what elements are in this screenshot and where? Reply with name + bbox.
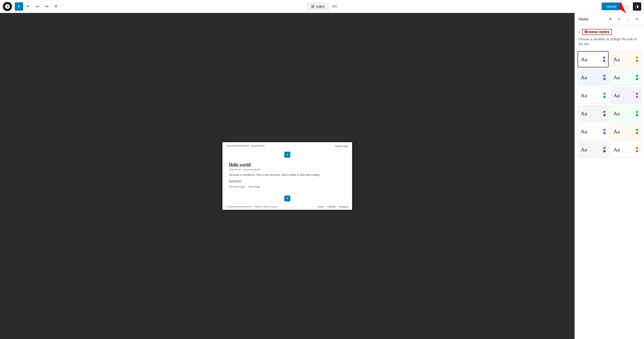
style-card-1[interactable]: Aa [578, 51, 608, 68]
style-card-8[interactable]: Aa [610, 105, 642, 122]
style-card-dots-9 [603, 129, 606, 134]
wp-logo[interactable] [3, 2, 12, 11]
dot-top-9 [603, 129, 606, 131]
theme-toggle-button[interactable]: ◑ [633, 2, 641, 11]
style-card-12[interactable]: Aa [610, 142, 642, 158]
index-label: Index [316, 4, 324, 8]
browse-styles-description: Choose a variation to change the look of… [575, 37, 644, 49]
preview-footer: © 2024 · Theme by Brian Gardner Twitter … [222, 203, 352, 210]
style-card-text-2: Aa [614, 56, 620, 62]
preview-frame: Sample Page + Hello world! 2024-02-16 · … [222, 142, 352, 210]
redo-button[interactable]: ↪ [42, 2, 51, 11]
dot-top-10 [636, 129, 638, 131]
style-card-text-6: Aa [614, 92, 620, 99]
style-card-9[interactable]: Aa [578, 124, 608, 140]
dot-top-3 [603, 74, 606, 77]
style-card-5[interactable]: Aa [578, 87, 608, 104]
prev-page-link[interactable]: Previous Page [229, 185, 245, 188]
dot-top-12 [636, 147, 638, 149]
read-more-link[interactable]: Read More [229, 179, 346, 183]
style-card-text-8: Aa [614, 110, 620, 117]
undo-button[interactable]: ↩ [33, 2, 42, 11]
style-card-text-11: Aa [580, 146, 587, 153]
style-card-4[interactable]: Aa [610, 69, 642, 86]
add-block-top: + [222, 150, 352, 160]
style-card-3[interactable]: Aa [578, 69, 608, 86]
instagram-link[interactable]: Instagram [339, 206, 348, 208]
toolbar-left: + ✏ ↩ ↪ ≡ [3, 2, 60, 11]
dot-bottom-12 [636, 150, 638, 152]
style-card-10[interactable]: Aa [610, 124, 642, 140]
back-button[interactable]: ‹ [578, 30, 580, 34]
style-card-dots-10 [636, 129, 638, 134]
styles-grid: AaAaAaAaAaAaAaAaAaAaAaAa [575, 49, 644, 160]
add-button[interactable]: + [15, 2, 23, 11]
browse-styles-title: Browse styles [582, 29, 612, 35]
linkedin-link[interactable]: LinkedIn [327, 206, 336, 208]
dot-bottom-6 [636, 96, 638, 98]
dot-top-11 [603, 147, 606, 149]
style-card-dots-4 [636, 74, 638, 80]
style-card-dots-5 [603, 92, 606, 98]
dot-top-1 [603, 56, 605, 59]
dot-bottom-10 [636, 132, 638, 134]
dot-bottom-4 [636, 78, 638, 80]
style-card-text-3: Aa [580, 74, 587, 80]
styles-panel: Styles 👁 ⟳ ⋮ ✕ ‹ Browse styles Choose a … [574, 13, 644, 339]
twitter-link[interactable]: Twitter [317, 206, 324, 208]
dot-top-6 [636, 92, 638, 95]
style-card-text-10: Aa [614, 128, 620, 135]
toolbar: + ✏ ↩ ↪ ≡ ⊞ Index ⌘K Saved ⬚ ◑ [0, 0, 644, 13]
style-card-text-4: Aa [614, 74, 620, 80]
style-card-text-12: Aa [614, 146, 620, 153]
dot-bottom-1 [603, 60, 605, 62]
style-card-dots-7 [603, 111, 606, 116]
sample-page-link[interactable]: Sample Page [335, 144, 348, 147]
style-card-text-5: Aa [580, 92, 587, 99]
add-block-bottom-button[interactable]: + [284, 196, 290, 202]
dot-top-5 [603, 92, 606, 95]
style-card-text-9: Aa [580, 128, 587, 135]
dot-bottom-11 [603, 150, 606, 152]
style-card-dots-8 [636, 111, 638, 116]
styles-revisions-button[interactable]: ⟳ [616, 16, 623, 23]
styles-panel-title: Styles [578, 17, 589, 21]
dot-top-7 [603, 111, 606, 113]
style-card-dots-2 [636, 56, 638, 62]
style-card-dots-11 [603, 147, 606, 152]
style-card-dots-6 [636, 92, 638, 98]
next-page-link[interactable]: Next Page [248, 185, 260, 188]
footer-copyright: © 2024 [226, 206, 233, 208]
style-card-dots-1 [603, 56, 605, 62]
canvas-area: Sample Page + Hello world! 2024-02-16 · … [0, 13, 574, 339]
post-title: Hello world! [229, 162, 346, 167]
preview-content: Hello world! 2024-02-16 · razanuwuco9549… [222, 160, 352, 194]
footer-left: © 2024 · Theme by Brian Gardner [226, 206, 277, 208]
toolbar-center: ⊞ Index ⌘K [306, 2, 337, 10]
header-nav-placeholder [251, 145, 264, 147]
dot-bottom-7 [603, 114, 606, 116]
preview-header: Sample Page [222, 142, 352, 150]
style-card-2[interactable]: Aa [610, 51, 642, 68]
style-card-text-7: Aa [580, 110, 587, 117]
list-button[interactable]: ≡ [52, 2, 60, 11]
dot-top-8 [636, 111, 638, 113]
style-card-11[interactable]: Aa [578, 142, 608, 158]
add-block-bottom: + [222, 194, 352, 203]
styles-more-button[interactable]: ⋮ [624, 16, 632, 23]
edit-button[interactable]: ✏ [24, 2, 32, 11]
layout-button[interactable]: ⬚ [623, 2, 631, 11]
saved-button[interactable]: Saved [602, 2, 621, 10]
styles-eye-button[interactable]: 👁 [607, 16, 614, 23]
style-card-6[interactable]: Aa [610, 87, 642, 104]
index-button[interactable]: ⊞ Index [306, 2, 329, 10]
styles-close-button[interactable]: ✕ [633, 16, 640, 23]
dot-bottom-3 [603, 78, 606, 80]
style-card-text-1: Aa [581, 56, 587, 62]
add-block-top-button[interactable]: + [284, 152, 290, 158]
header-logo-placeholder [226, 145, 249, 147]
style-card-7[interactable]: Aa [578, 105, 608, 122]
style-card-dots-3 [603, 74, 606, 80]
styles-panel-icons: 👁 ⟳ ⋮ ✕ [607, 16, 640, 23]
dot-bottom-9 [603, 132, 606, 134]
